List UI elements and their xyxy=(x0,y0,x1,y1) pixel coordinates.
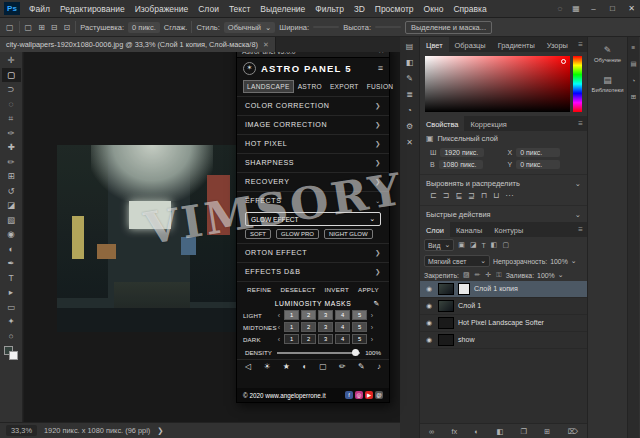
x-value-field[interactable]: 0 пикс. xyxy=(516,148,560,157)
gradient-tool-icon[interactable]: ▧ xyxy=(2,213,21,228)
subtract-selection-icon[interactable]: ⊟ xyxy=(50,23,59,32)
stamp-tool-icon[interactable]: ⊞ xyxy=(2,169,21,184)
foreground-background-swatches[interactable] xyxy=(4,346,18,360)
history-panel-icon[interactable]: ✎ xyxy=(406,74,413,83)
invert-button[interactable]: INVERT xyxy=(325,286,349,293)
intersect-selection-icon[interactable]: ⊡ xyxy=(63,23,72,32)
next-arrow-icon[interactable]: › xyxy=(369,336,375,343)
extensions-panel-icon[interactable]: ✕ xyxy=(406,138,413,147)
histogram-panel-icon[interactable]: ▤ xyxy=(406,42,414,51)
density-slider-handle[interactable] xyxy=(352,349,359,356)
align-right-icon[interactable]: ⊑ xyxy=(455,191,462,200)
menu-image[interactable]: Изображение xyxy=(130,4,194,14)
color-cursor[interactable] xyxy=(561,59,566,64)
move-tool-icon[interactable]: ✛ xyxy=(2,53,21,68)
blend-mode-dropdown[interactable]: Мягкий свет ⌄ xyxy=(424,255,490,267)
tab-swatches[interactable]: Образцы xyxy=(449,37,492,52)
width-field[interactable] xyxy=(313,26,339,28)
antialias-checkbox[interactable]: Сглаж. xyxy=(164,23,188,32)
zoom-level-field[interactable]: 33,3% xyxy=(6,425,37,436)
apply-button[interactable]: APPLY xyxy=(358,286,379,293)
dark-mask-4[interactable]: 4 xyxy=(335,334,350,344)
youtube-icon[interactable]: ▶ xyxy=(365,391,373,399)
light-mask-4[interactable]: 4 xyxy=(335,310,350,320)
glow-effect-dropdown[interactable]: GLOW EFFECT ⌄ xyxy=(245,212,381,226)
website-icon[interactable]: @ xyxy=(375,391,383,399)
pen-icon[interactable]: ✎ xyxy=(374,300,380,308)
section-sharpness[interactable]: SHARPNESS ❯ xyxy=(237,153,389,172)
current-tool-icon[interactable]: ▢ xyxy=(5,23,15,32)
layer-row[interactable]: ◉ Слой 1 копия xyxy=(420,281,587,298)
menu-view[interactable]: Просмотр xyxy=(370,4,419,14)
layer-thumbnail[interactable] xyxy=(438,300,454,312)
tab-properties[interactable]: Свойства xyxy=(420,116,464,131)
contrast-icon[interactable]: ◐ xyxy=(302,362,307,371)
lock-pixels-icon[interactable]: ✏ xyxy=(474,271,482,279)
healing-tool-icon[interactable]: ✚ xyxy=(2,140,21,155)
filter-adjustment-icon[interactable]: ◪ xyxy=(469,241,478,249)
menu-help[interactable]: Справка xyxy=(448,4,491,14)
shape-tool-icon[interactable]: ▭ xyxy=(2,300,21,315)
layer-row[interactable]: ◉ Hot Pixel Landscape Softer xyxy=(420,315,587,332)
layer-name[interactable]: show xyxy=(458,336,475,344)
align-center-v-icon[interactable]: ⊓ xyxy=(481,191,487,200)
prev-arrow-icon[interactable]: ‹ xyxy=(276,336,282,343)
eraser-tool-icon[interactable]: ◪ xyxy=(2,198,21,213)
next-arrow-icon[interactable]: › xyxy=(369,312,375,319)
section-orton-effect[interactable]: ORTON EFFECT ❯ xyxy=(237,243,389,262)
midtones-mask-4[interactable]: 4 xyxy=(335,322,350,332)
eye-icon[interactable]: ◉ xyxy=(424,285,434,293)
status-popup-arrow-icon[interactable]: ❯ xyxy=(157,426,163,435)
star-icon[interactable]: ★ xyxy=(283,362,290,371)
prev-arrow-icon[interactable]: ‹ xyxy=(276,324,282,331)
add-mask-icon[interactable]: ◧ xyxy=(496,427,503,436)
menu-edit[interactable]: Редактирование xyxy=(55,4,130,14)
height-field[interactable] xyxy=(375,26,401,28)
pencil-icon[interactable]: ✎ xyxy=(358,362,365,371)
filter-shape-icon[interactable]: ◧ xyxy=(490,241,499,249)
soft-button[interactable]: SOFT xyxy=(245,229,271,239)
eye-icon[interactable]: ◉ xyxy=(424,336,434,344)
fill-value[interactable]: 100% xyxy=(537,272,555,279)
tab-astro[interactable]: ASTRO xyxy=(294,80,326,93)
brush-tool-icon[interactable]: ✏ xyxy=(2,155,21,170)
saturation-brightness-field[interactable] xyxy=(425,56,570,112)
align-left-icon[interactable]: ⊏ xyxy=(430,191,437,200)
dock-panel-icon[interactable]: ▤ xyxy=(630,60,636,68)
layer-thumbnail[interactable] xyxy=(438,334,454,346)
midtones-mask-5[interactable]: 5 xyxy=(352,322,367,332)
dock-add-icon[interactable]: ⊞ xyxy=(631,93,636,101)
path-select-tool-icon[interactable]: ▸ xyxy=(2,285,21,300)
history-brush-tool-icon[interactable]: ↺ xyxy=(2,184,21,199)
hand-tool-icon[interactable]: ✦ xyxy=(2,314,21,329)
brush-icon[interactable]: ✏ xyxy=(339,362,346,371)
lock-all-icon[interactable]: ⚿ xyxy=(495,271,502,279)
menu-file[interactable]: Файл xyxy=(24,4,55,14)
align-bottom-icon[interactable]: ⊔ xyxy=(493,191,499,200)
dock-clock-icon[interactable]: ◔ xyxy=(632,77,636,84)
dark-mask-3[interactable]: 3 xyxy=(318,334,333,344)
menu-layers[interactable]: Слои xyxy=(193,4,224,14)
opacity-value[interactable]: 100% xyxy=(550,258,568,265)
crop-tool-icon[interactable]: ⌗ xyxy=(2,111,21,126)
filter-type-icon[interactable]: T xyxy=(481,242,487,249)
search-icon[interactable]: ◌ xyxy=(553,4,567,13)
layer-thumbnail[interactable] xyxy=(438,283,454,295)
layer-name[interactable]: Слой 1 xyxy=(458,302,481,310)
dock-menu-icon[interactable]: ≡ xyxy=(632,44,636,51)
night-glow-button[interactable]: NIGHT GLOW xyxy=(324,229,373,239)
adjustment-layer-icon[interactable]: ◐ xyxy=(474,427,478,436)
dark-mask-5[interactable]: 5 xyxy=(352,334,367,344)
tab-color[interactable]: Цвет xyxy=(420,37,449,52)
dodge-tool-icon[interactable]: ◐ xyxy=(2,242,21,257)
hamburger-menu-icon[interactable]: ≡ xyxy=(378,63,383,73)
menu-filter[interactable]: Фильтр xyxy=(310,4,349,14)
eye-icon[interactable]: ◉ xyxy=(424,302,434,310)
glow-pro-button[interactable]: GLOW PRO xyxy=(276,229,319,239)
lock-position-icon[interactable]: ✛ xyxy=(484,271,492,279)
filter-pixel-icon[interactable]: ▣ xyxy=(457,241,466,249)
layer-mask-thumbnail[interactable] xyxy=(458,283,470,295)
dark-mask-2[interactable]: 2 xyxy=(301,334,316,344)
window-close-button[interactable]: ✕ xyxy=(623,4,640,13)
info-panel-icon[interactable]: ◧ xyxy=(406,58,414,67)
